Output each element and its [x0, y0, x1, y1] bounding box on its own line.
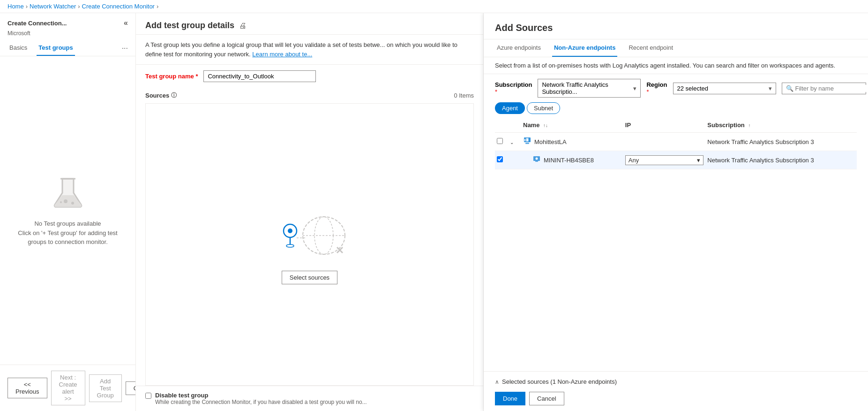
tab-recent-endpoint[interactable]: Recent endpoint [627, 39, 675, 57]
filter-input[interactable] [795, 85, 868, 92]
tabs: Azure endpoints Non-Azure endpoints Rece… [484, 39, 868, 57]
svg-point-20 [536, 158, 538, 160]
add-test-group-button[interactable]: Add Test Group [89, 374, 122, 402]
svg-rect-17 [526, 138, 529, 142]
col-ip: IP [623, 118, 705, 133]
child-expand-cell [508, 151, 521, 169]
parent-ip [623, 133, 705, 151]
sources-body: Select sources [145, 103, 474, 386]
breadcrumb-sep1: › [26, 3, 28, 10]
col-name: Name ↑↓ [521, 118, 623, 133]
selected-sources-summary[interactable]: ∧ Selected sources (1 Non-Azure endpoint… [495, 375, 857, 388]
sidebar: Create Connection... « Microsoft Basics … [0, 13, 136, 411]
name-sort-icon[interactable]: ↑↓ [543, 123, 548, 128]
toggle-agent-button[interactable]: Agent [495, 102, 525, 114]
sources-header: Sources ⓘ 0 Items [145, 88, 474, 103]
panel-title: Add test group details [145, 21, 234, 30]
ip-value: Any [629, 157, 639, 164]
table-container: Name ↑↓ IP Subscription ↑ [484, 118, 868, 371]
parent-name: MohittestLA [534, 138, 567, 145]
filter-search-box[interactable]: 🔍 [782, 83, 866, 94]
test-group-name-row: Test group name * [136, 65, 483, 88]
tab-azure-endpoints[interactable]: Azure endpoints [495, 39, 543, 57]
disable-group-checkbox[interactable] [145, 393, 151, 399]
disable-group-content: Disable test group While creating the Co… [155, 392, 367, 405]
cancel-button[interactable]: Cancel [126, 381, 136, 395]
col-checkbox [495, 118, 508, 133]
disable-group-description: While creating the Connection Monitor, i… [155, 399, 367, 405]
right-panel: Add Sources Azure endpoints Non-Azure en… [484, 13, 868, 411]
sources-section: Sources ⓘ 0 Items [136, 88, 483, 386]
breadcrumb: Home › Network Watcher › Create Connecti… [0, 0, 868, 13]
child-name-cell: MININT-HB4SBE8 [521, 151, 623, 169]
expand-chevron-down-icon[interactable]: ⌄ [510, 140, 514, 145]
sidebar-title-text: Create Connection... [7, 20, 67, 27]
col-expand [508, 118, 521, 133]
tab-non-azure-endpoints[interactable]: Non-Azure endpoints [552, 39, 617, 57]
subscription-sort-icon[interactable]: ↑ [748, 123, 750, 128]
sources-count: 0 Items [454, 92, 474, 99]
sidebar-collapse-button[interactable]: « [124, 19, 128, 27]
panel-description: A Test group lets you define a logical g… [136, 35, 483, 65]
breadcrumb-sep3: › [157, 3, 158, 10]
search-icon: 🔍 [786, 85, 793, 92]
sidebar-bottom-bar: << Previous Next : Create alert >> Add T… [0, 365, 135, 411]
region-chevron-down-icon: ▾ [769, 85, 772, 92]
test-group-name-input[interactable] [203, 70, 316, 82]
filter-row: Subscription * Network Traffic Analytics… [484, 74, 868, 102]
svg-point-1 [64, 199, 67, 203]
svg-rect-19 [535, 161, 538, 162]
right-panel-description: Select from a list of on-premises hosts … [484, 57, 868, 74]
sidebar-nav-more[interactable]: ··· [122, 44, 128, 53]
svg-point-10 [288, 228, 292, 233]
panel-header: Add test group details 🖨 [136, 13, 483, 35]
ip-chevron-down-icon: ▾ [697, 157, 700, 164]
next-button[interactable]: Next : Create alert >> [51, 371, 85, 405]
parent-subscription: Network Traffic Analytics Subscription 3 [705, 133, 857, 151]
footer-actions: Done Cancel [495, 388, 857, 407]
breadcrumb-home[interactable]: Home [7, 3, 24, 10]
region-value: 22 selected [677, 85, 709, 92]
region-dropdown[interactable]: 22 selected ▾ [673, 83, 776, 94]
svg-point-3 [60, 201, 62, 203]
network-illustration [263, 205, 357, 261]
ip-dropdown[interactable]: Any ▾ [625, 155, 703, 165]
disable-group-title: Disable test group [155, 392, 367, 399]
toggle-subnet-button[interactable]: Subnet [527, 102, 560, 114]
child-ip-cell: Any ▾ [623, 151, 705, 169]
right-panel-footer: ∧ Selected sources (1 Non-Azure endpoint… [484, 371, 868, 411]
parent-checkbox[interactable] [497, 138, 503, 144]
right-panel-header: Add Sources [484, 13, 868, 39]
subscription-value: Network Traffic Analytics Subscriptio... [542, 81, 631, 95]
breadcrumb-network-watcher[interactable]: Network Watcher [30, 3, 76, 10]
workspace-icon [523, 137, 531, 147]
right-panel-title: Add Sources [495, 23, 857, 33]
no-groups-text: No Test groups available Click on '+ Tes… [18, 219, 117, 247]
expand-cell: ⌄ [508, 133, 521, 151]
svg-point-2 [71, 202, 74, 205]
sidebar-nav-basics[interactable]: Basics [7, 40, 29, 56]
previous-button[interactable]: << Previous [7, 378, 47, 398]
agent-icon [532, 155, 541, 165]
sidebar-nav: Basics Test groups ··· [0, 40, 135, 56]
breadcrumb-create-connection-monitor[interactable]: Create Connection Monitor [82, 3, 155, 10]
svg-rect-15 [525, 143, 529, 144]
center-panel: Add test group details 🖨 A Test group le… [136, 13, 484, 411]
select-sources-button[interactable]: Select sources [282, 271, 337, 284]
learn-more-link[interactable]: Learn more about te... [252, 51, 312, 58]
subscription-dropdown[interactable]: Network Traffic Analytics Subscriptio...… [538, 79, 641, 98]
table-row: MININT-HB4SBE8 Any ▾ Network Traffic Ana… [495, 151, 857, 169]
sidebar-nav-test-groups[interactable]: Test groups [37, 40, 75, 56]
child-checkbox[interactable] [497, 156, 503, 162]
subscription-chevron-down-icon: ▾ [633, 85, 636, 92]
print-icon[interactable]: 🖨 [239, 22, 247, 30]
chevron-up-icon: ∧ [495, 379, 499, 385]
parent-name-cell: MohittestLA [521, 133, 623, 151]
table-row: ⌄ MohittestLA Network Traffic Analyti [495, 133, 857, 151]
done-button[interactable]: Done [495, 392, 525, 405]
footer-cancel-button[interactable]: Cancel [529, 392, 564, 405]
sidebar-empty-state: No Test groups available Click on '+ Tes… [0, 56, 135, 365]
subscription-label: Subscription * [495, 81, 532, 95]
col-subscription: Subscription ↑ [705, 118, 857, 133]
sidebar-company: Microsoft [0, 29, 135, 40]
